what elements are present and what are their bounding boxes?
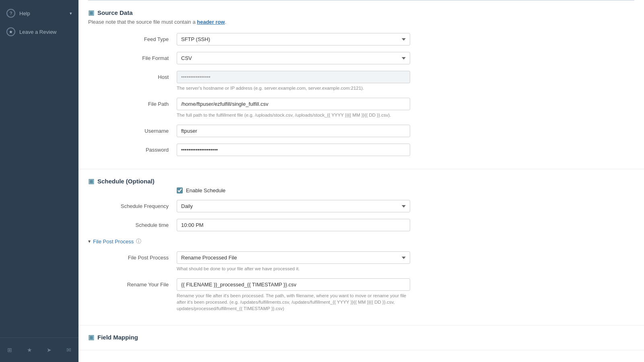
- host-input[interactable]: [177, 71, 410, 83]
- rename-file-hint: Rename your file after it's been process…: [177, 292, 410, 312]
- post-process-row: File Post Process Rename Processed File …: [88, 251, 634, 272]
- file-format-label: File Format: [88, 52, 177, 61]
- file-post-process-info-icon: ⓘ: [136, 238, 141, 245]
- file-path-label: File Path: [88, 98, 177, 107]
- source-data-title-text: Source Data: [97, 9, 133, 16]
- schedule-section: ▣ Schedule (Optional) Enable Schedule Sc…: [78, 169, 644, 325]
- schedule-time-wrap: [177, 219, 410, 231]
- feed-type-row: Feed Type SFTP (SSH) FTP HTTP Amazon S3: [88, 33, 634, 45]
- schedule-icon: ▣: [88, 177, 94, 185]
- enable-schedule-label[interactable]: Enable Schedule: [186, 187, 225, 193]
- post-process-wrap: Rename Processed File Move File Delete F…: [177, 251, 410, 272]
- schedule-title-text: Schedule (Optional): [97, 178, 155, 185]
- star-icon[interactable]: ★: [27, 341, 32, 359]
- sidebar-item-help[interactable]: ? Help ▾: [0, 4, 78, 23]
- rename-file-row: Rename Your File Rename your file after …: [88, 278, 634, 312]
- file-format-select[interactable]: CSV TSV Excel: [177, 52, 410, 64]
- file-format-row: File Format CSV TSV Excel: [88, 52, 634, 64]
- source-data-section: ▣ Source Data Please note that the sourc…: [78, 1, 644, 169]
- sidebar-item-help-label: Help: [19, 10, 30, 16]
- field-mapping-title: ▣ Field Mapping: [88, 333, 634, 341]
- username-input[interactable]: [177, 125, 410, 137]
- header-row-link[interactable]: header row: [197, 19, 225, 25]
- post-process-hint: What should be done to your file after w…: [177, 265, 410, 272]
- rename-file-input[interactable]: [177, 278, 410, 291]
- field-mapping-title-text: Field Mapping: [97, 334, 138, 341]
- file-path-wrap: The full path to the fulfillment file (e…: [177, 98, 410, 118]
- enable-schedule-checkbox[interactable]: [177, 187, 183, 193]
- password-label: Password: [88, 144, 177, 153]
- help-icon: ?: [6, 9, 15, 18]
- file-post-process-collapse[interactable]: ▾ File Post Process ⓘ: [88, 238, 634, 245]
- review-icon: ★: [6, 27, 15, 36]
- grid-icon[interactable]: ⊞: [7, 341, 12, 359]
- collapse-chevron-icon: ▾: [88, 239, 91, 244]
- file-path-input[interactable]: [177, 98, 410, 110]
- enable-schedule-row: Enable Schedule: [177, 187, 634, 193]
- username-label: Username: [88, 125, 177, 134]
- schedule-frequency-label: Schedule Frequency: [88, 200, 177, 209]
- host-label: Host: [88, 71, 177, 80]
- post-process-label: File Post Process: [88, 251, 177, 261]
- navigation-icon[interactable]: ➤: [47, 341, 52, 359]
- schedule-frequency-row: Schedule Frequency Daily Weekly Monthly …: [88, 200, 634, 212]
- source-data-icon: ▣: [88, 9, 94, 16]
- schedule-time-label: Schedule time: [88, 219, 177, 228]
- host-row: Host The server's hostname or IP address…: [88, 71, 634, 91]
- feed-type-wrap: SFTP (SSH) FTP HTTP Amazon S3: [177, 33, 410, 45]
- schedule-frequency-wrap: Daily Weekly Monthly Hourly: [177, 200, 410, 212]
- post-process-select[interactable]: Rename Processed File Move File Delete F…: [177, 251, 410, 264]
- mail-icon[interactable]: ✉: [66, 341, 71, 359]
- password-row: Password: [88, 144, 634, 156]
- sidebar: ? Help ▾ ★ Leave a Review ⊞ ★ ➤ ✉: [0, 0, 78, 362]
- rename-file-wrap: Rename your file after it's been process…: [177, 278, 410, 312]
- file-path-row: File Path The full path to the fulfillme…: [88, 98, 634, 118]
- sidebar-item-review-label: Leave a Review: [19, 29, 57, 35]
- schedule-time-input[interactable]: [177, 219, 410, 231]
- feed-type-select[interactable]: SFTP (SSH) FTP HTTP Amazon S3: [177, 33, 410, 45]
- field-mapping-icon: ▣: [88, 333, 94, 341]
- main-content: ▣ Source Data Please note that the sourc…: [78, 0, 644, 362]
- rename-file-label: Rename Your File: [88, 278, 177, 288]
- field-mapping-section: ▣ Field Mapping: [78, 325, 644, 350]
- sidebar-item-review[interactable]: ★ Leave a Review: [0, 23, 78, 41]
- password-input[interactable]: [177, 144, 410, 156]
- host-wrap: The server's hostname or IP address (e.g…: [177, 71, 410, 91]
- feed-type-label: Feed Type: [88, 33, 177, 42]
- file-format-wrap: CSV TSV Excel: [177, 52, 410, 64]
- file-path-hint: The full path to the fulfillment file (e…: [177, 112, 410, 118]
- host-hint: The server's hostname or IP address (e.g…: [177, 85, 410, 91]
- password-wrap: [177, 144, 410, 156]
- schedule-title: ▣ Schedule (Optional): [88, 177, 634, 185]
- source-data-title: ▣ Source Data: [88, 9, 634, 16]
- username-wrap: [177, 125, 410, 137]
- schedule-frequency-select[interactable]: Daily Weekly Monthly Hourly: [177, 200, 410, 212]
- schedule-time-row: Schedule time: [88, 219, 634, 231]
- source-data-subtitle: Please note that the source file must co…: [88, 19, 634, 25]
- chevron-down-icon: ▾: [70, 11, 72, 16]
- sidebar-bottom: ⊞ ★ ➤ ✉: [0, 337, 78, 362]
- file-post-process-collapse-label: File Post Process: [93, 239, 134, 245]
- username-row: Username: [88, 125, 634, 137]
